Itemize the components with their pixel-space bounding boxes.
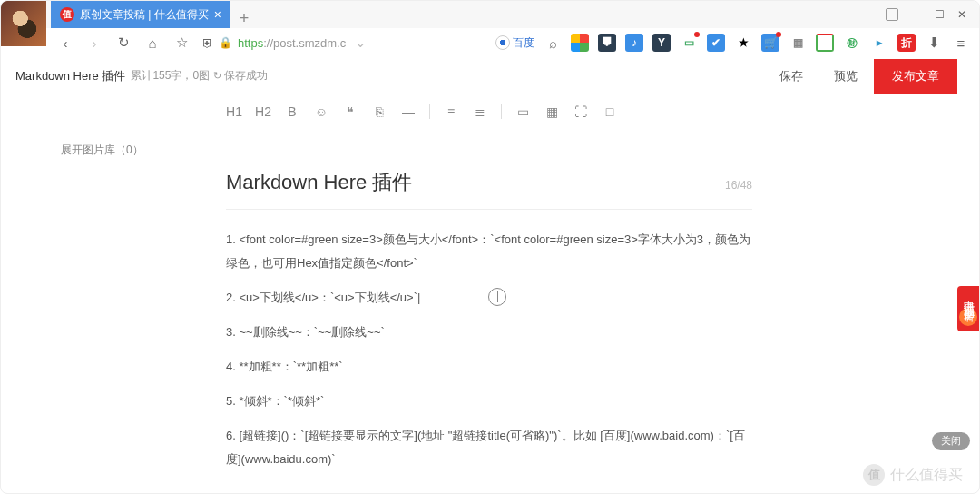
shield-icon: ⛨ <box>201 36 213 50</box>
tool-card[interactable]: ▦ <box>544 104 560 119</box>
arrow-icon: › <box>959 308 977 326</box>
body-line[interactable]: 5. *倾斜*：`*倾斜*` <box>226 390 752 413</box>
favorite-icon[interactable]: ☆ <box>172 34 191 52</box>
body-line[interactable]: 6. [超链接]()：`[超链接要显示的文字](地址 "超链接title(可省略… <box>226 424 752 471</box>
tool-hr[interactable]: — <box>400 104 416 119</box>
tool-quote[interactable]: ❝ <box>342 104 358 119</box>
ext-pig-icon[interactable]: ㊖ <box>843 34 861 52</box>
ext-microsoft-icon[interactable] <box>571 34 589 52</box>
article-title-input[interactable]: Markdown Here 插件 <box>226 169 412 196</box>
profile-avatar[interactable] <box>1 1 46 46</box>
skin-icon[interactable] <box>886 8 898 21</box>
url-host: ://post.smzdm.c <box>263 36 346 50</box>
body-line[interactable]: 4. **加粗**：`**加粗**` <box>226 355 752 379</box>
ext-star-icon[interactable]: ★ <box>734 34 752 52</box>
body-line[interactable]: 1. <font color=#green size=3>颜色与大小</font… <box>226 228 752 275</box>
tool-link[interactable]: ⎘ <box>371 104 387 119</box>
watermark: 什么值得买 <box>863 464 963 486</box>
expand-gallery-button[interactable]: 展开图片库（0） <box>61 143 143 158</box>
tool-h2[interactable]: H2 <box>255 104 271 119</box>
window-controls: — ☐ ✕ <box>873 1 979 28</box>
ext-discount-icon[interactable]: 折 <box>897 34 916 52</box>
ext-cart-icon[interactable]: 🛒 <box>761 34 779 52</box>
editor-area[interactable]: Markdown Here 插件 16/48 1. <font color=#g… <box>226 169 752 482</box>
tool-emoji[interactable]: ☺ <box>313 104 329 119</box>
save-button[interactable]: 保存 <box>765 61 818 92</box>
preview-button[interactable]: 预览 <box>819 61 872 92</box>
publish-button[interactable]: 发布文章 <box>874 59 957 94</box>
url-scheme: https <box>238 36 263 50</box>
toolbar-extensions: 百度 ⌕ ⛊ ♪ Y ▭ ✔ ★ 🛒 ▦ ㊖ ▸ 折 ⬇ ≡ <box>495 34 970 52</box>
apply-creator-label: 申请认证创作者 <box>961 291 975 304</box>
text-cursor-icon <box>488 288 506 306</box>
ext-music-icon[interactable]: ♪ <box>625 34 643 52</box>
favicon-icon: 值 <box>60 7 74 22</box>
download-icon[interactable]: ⬇ <box>925 34 943 52</box>
ext-ring-icon[interactable] <box>816 34 834 52</box>
tool-bold[interactable]: B <box>284 104 300 119</box>
home-icon[interactable]: ⌂ <box>143 34 162 52</box>
new-tab-button[interactable]: + <box>230 9 258 28</box>
ext-check-icon[interactable]: ✔ <box>707 34 725 52</box>
baidu-search-button[interactable]: 百度 <box>495 35 534 51</box>
page-topbar: Markdown Here 插件 累计155字，0图 保存成功 保存 预览 发布… <box>1 57 979 95</box>
doc-title: Markdown Here 插件 <box>15 68 125 84</box>
editor-toolbar: H1 H2 B ☺ ❝ ⎘ — ≡ ≣ ▭ ▦ ⛶ □ <box>1 95 979 128</box>
window-minimize-icon[interactable]: — <box>911 8 922 21</box>
separator <box>429 104 430 119</box>
ext-cube-icon[interactable]: ▦ <box>789 34 807 52</box>
tool-h1[interactable]: H1 <box>226 104 242 119</box>
browser-titlebar: 值 原创文章投稿 | 什么值得买 × + — ☐ ✕ <box>1 1 979 28</box>
ext-tv-icon[interactable]: ▸ <box>870 34 888 52</box>
window-maximize-icon[interactable]: ☐ <box>935 8 945 21</box>
dropdown-icon[interactable]: ⌄ <box>351 34 369 52</box>
lock-icon: 🔒 <box>219 36 232 49</box>
tab-title: 原创文章投稿 | 什么值得买 <box>80 7 209 23</box>
ext-y-icon[interactable]: Y <box>652 34 671 52</box>
tab-close-icon[interactable]: × <box>214 7 221 22</box>
url-field[interactable]: ⛨ 🔒 https://post.smzdm.c ⌄ <box>201 34 369 52</box>
window-close-icon[interactable]: ✕ <box>957 8 966 21</box>
menu-icon[interactable]: ≡ <box>952 34 970 52</box>
tab-strip: 值 原创文章投稿 | 什么值得买 × + <box>51 1 873 28</box>
browser-tab[interactable]: 值 原创文章投稿 | 什么值得买 × <box>51 1 230 28</box>
doc-stats: 累计155字，0图 <box>131 68 210 84</box>
tool-ul[interactable]: ≣ <box>472 104 488 119</box>
tool-ol[interactable]: ≡ <box>443 104 459 119</box>
tool-image[interactable]: ▭ <box>514 104 531 119</box>
search-icon[interactable]: ⌕ <box>544 34 562 52</box>
apply-creator-button[interactable]: 申请认证创作者 › <box>957 286 979 331</box>
body-line[interactable]: 3. ~~删除线~~：`~~删除线~~` <box>226 321 752 344</box>
title-counter: 16/48 <box>725 179 752 192</box>
tool-video[interactable]: □ <box>602 104 618 119</box>
ext-chat-icon[interactable]: ▭ <box>680 34 698 52</box>
article-body[interactable]: 1. <font color=#green size=3>颜色与大小</font… <box>226 210 752 471</box>
back-icon[interactable]: ‹ <box>56 34 74 52</box>
forward-icon[interactable]: › <box>85 34 103 52</box>
save-status: 保存成功 <box>213 68 268 84</box>
separator <box>501 104 502 119</box>
ext-shield-icon[interactable]: ⛊ <box>598 34 616 52</box>
reload-icon[interactable]: ↻ <box>114 34 132 52</box>
close-float-button[interactable]: 关闭 <box>932 432 970 450</box>
address-bar: ‹ › ↻ ⌂ ☆ ⛨ 🔒 https://post.smzdm.c ⌄ 百度 … <box>51 28 979 57</box>
tool-lock[interactable]: ⛶ <box>573 104 589 119</box>
